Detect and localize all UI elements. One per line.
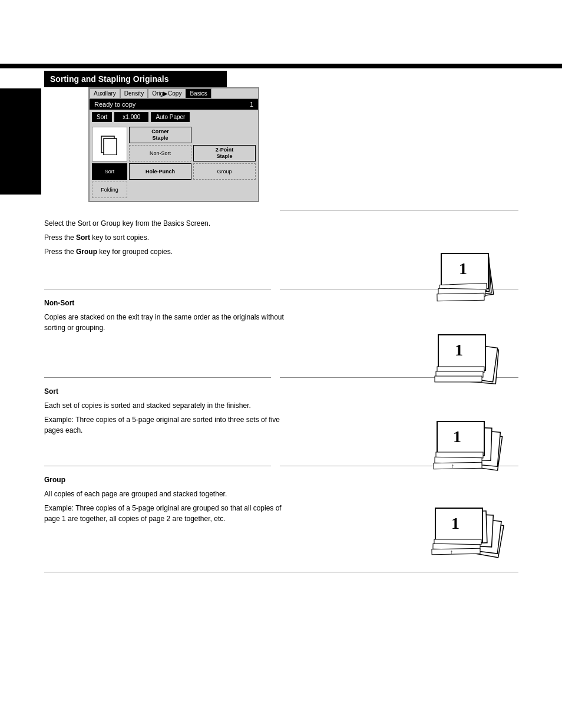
hole-punch-button[interactable]: Hole-Punch bbox=[129, 163, 191, 180]
non-sort-button[interactable]: Non-Sort bbox=[129, 145, 191, 162]
text-block-sort: Sort Each set of copies is sorted and st… bbox=[44, 386, 297, 436]
tab-orig-copy[interactable]: Orig▶Copy bbox=[148, 88, 186, 98]
svg-rect-9 bbox=[437, 293, 484, 301]
sort-desc: Each set of copies is sorted and stacked… bbox=[44, 400, 297, 411]
corner-staple-button[interactable]: CornerStaple bbox=[129, 127, 191, 143]
tab-density[interactable]: Density bbox=[120, 88, 148, 98]
svg-text:↑: ↑ bbox=[451, 463, 454, 469]
svg-rect-1 bbox=[104, 139, 117, 155]
page-number: 1 bbox=[250, 101, 253, 108]
intro-text-1: Select the Sort or Group key from the Ba… bbox=[44, 218, 297, 229]
tabs-row: Auxillary Density Orig▶Copy Basics bbox=[90, 88, 258, 99]
text-block-intro: Select the Sort or Group key from the Ba… bbox=[44, 218, 297, 257]
divider-2a bbox=[44, 289, 271, 289]
two-point-staple-button[interactable]: 2-PointStaple bbox=[193, 145, 256, 162]
svg-rect-16 bbox=[435, 376, 482, 382]
stack-illustration-3: 3 1 ↑ bbox=[427, 401, 515, 477]
section-title: Sorting and Stapling Originals bbox=[50, 74, 168, 84]
status-row: Ready to copy 1 bbox=[90, 99, 258, 110]
divider-3a bbox=[44, 377, 271, 378]
copier-panel: Auxillary Density Orig▶Copy Basics Ready… bbox=[88, 87, 259, 202]
paper-icon-box bbox=[92, 127, 127, 162]
auto-paper-button[interactable]: Auto Paper bbox=[151, 112, 190, 122]
text-block-nonsort: Non-Sort Copies are stacked on the exit … bbox=[44, 298, 297, 333]
sort-title: Sort bbox=[44, 386, 297, 397]
empty-cell-1 bbox=[193, 127, 256, 143]
svg-rect-25 bbox=[434, 462, 482, 469]
divider-4a bbox=[44, 466, 271, 466]
sort-desc-2: Example: Three copies of a 5-page origin… bbox=[44, 414, 297, 436]
nonsort-title: Non-Sort bbox=[44, 298, 297, 308]
svg-text:↑: ↑ bbox=[450, 549, 453, 555]
stack-illustration-1: 1 bbox=[427, 230, 515, 307]
control-row: Sort x1.000 Auto Paper bbox=[90, 110, 258, 124]
intro-text-3: Press the Group key for grouped copies. bbox=[44, 246, 297, 257]
count-button[interactable]: x1.000 bbox=[114, 112, 148, 122]
left-sidebar bbox=[0, 88, 41, 195]
sort-button-2[interactable]: Sort bbox=[92, 163, 127, 180]
status-text: Ready to copy bbox=[94, 101, 135, 108]
svg-text:1: 1 bbox=[455, 341, 463, 359]
folding-button[interactable]: Folding bbox=[92, 182, 127, 198]
tab-basics[interactable]: Basics bbox=[186, 88, 211, 98]
stack-illustration-4: 5 3 1 ↑ bbox=[427, 489, 515, 566]
top-bar bbox=[0, 64, 562, 68]
text-block-group: Group All copies of each page are groupe… bbox=[44, 475, 297, 524]
paper-icon bbox=[99, 134, 120, 155]
divider-1 bbox=[280, 210, 518, 210]
svg-text:1: 1 bbox=[459, 259, 467, 278]
svg-rect-37 bbox=[432, 548, 480, 554]
svg-text:1: 1 bbox=[453, 427, 461, 446]
section-header: Sorting and Stapling Originals bbox=[44, 71, 227, 87]
grid-area: CornerStaple Non-Sort 2-PointStaple Sort… bbox=[90, 124, 258, 200]
group-title: Group bbox=[44, 475, 297, 485]
divider-bottom bbox=[44, 572, 518, 572]
stack-illustration-2: 1 bbox=[427, 312, 515, 389]
sort-button[interactable]: Sort bbox=[92, 112, 112, 122]
intro-text-2: Press the Sort key to sort copies. bbox=[44, 232, 297, 243]
nonsort-desc: Copies are stacked on the exit tray in t… bbox=[44, 312, 297, 333]
group-desc: All copies of each page are grouped and … bbox=[44, 489, 297, 499]
group-desc-2: Example: Three copies of a 5-page origin… bbox=[44, 503, 297, 524]
group-button[interactable]: Group bbox=[193, 163, 256, 180]
svg-text:1: 1 bbox=[451, 514, 459, 532]
tab-auxillary[interactable]: Auxillary bbox=[90, 88, 120, 98]
